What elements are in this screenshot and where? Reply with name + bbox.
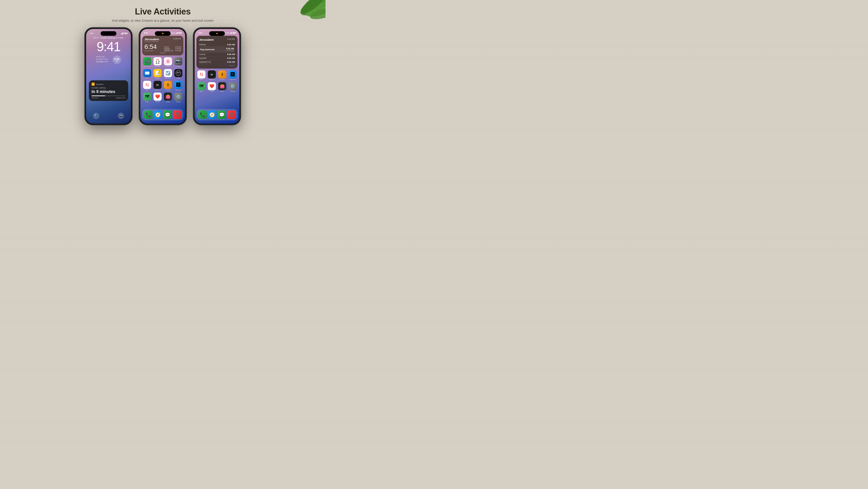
status-time-1: 9:41	[90, 32, 93, 34]
app-wallet-3[interactable]: 👛 Wallet	[218, 82, 227, 92]
dynamic-island-3	[209, 31, 225, 36]
plag-widget: ●PLAG 2:45 ▲SUNSET 9:35 ●SHABBOS 9:50	[96, 55, 108, 64]
exp-branding: Zmanim	[199, 65, 235, 66]
dock-2: 📞 🧭 💬 🎵	[142, 109, 183, 120]
battery-icon-3	[232, 32, 236, 34]
app-news[interactable]: N News	[143, 81, 152, 91]
app-calendar[interactable]: TUE 12 Calendar	[153, 57, 162, 67]
app-grid-3-row1: N News tv Apple TV 🕯 Zmanim 🅰 App Store	[195, 69, 239, 81]
lockscreen-bottom: 🔦 📷	[86, 113, 131, 119]
dock-music[interactable]: 🎵	[173, 110, 182, 119]
nightfall-time: 5:45 AM	[175, 48, 181, 50]
page-title: Live Activities	[0, 7, 326, 17]
homescreen: 9:41 8 hrs Jerusalem	[141, 29, 185, 123]
notif-now: Now 9:41	[92, 97, 98, 99]
exp-row-sunset: Sunset 5:45 AM	[199, 53, 235, 56]
page-subtitle: And widgets, to view Zmanim at a glance,…	[0, 18, 326, 23]
lockscreen-widgets: ●PLAG 2:45 ▲SUNSET 9:35 ●SHABBOS 9:50 9:…	[86, 55, 131, 64]
dock-messages[interactable]: 💬	[163, 110, 172, 119]
app-facetime[interactable]: 📹 FaceTime	[143, 57, 152, 67]
lockscreen: 9:41 Fri 4 · Candle lighting in 9 min 9:	[86, 29, 131, 123]
widget-city: Jerusalem	[145, 37, 159, 41]
app-clock[interactable]: Clock	[174, 69, 183, 79]
exp-row-nightfall72: Nightfall (72) 5:45 AM	[199, 60, 235, 64]
zmanim-expanded-widget: Jerusalem 5:45 PM Midday 5:45 AM Plag Ha…	[196, 36, 238, 68]
app-mail[interactable]: ✉️ Mail	[143, 69, 152, 79]
status-icons-2: 8 hrs	[171, 32, 182, 34]
mins-indicator: 6 min	[225, 32, 229, 34]
app-settings[interactable]: ⚙️ Settings	[174, 92, 183, 103]
notif-progress-fill	[92, 95, 105, 96]
app-appstore-3[interactable]: 🅰 App Store	[228, 70, 237, 80]
clock-widget: 9:50 PM	[113, 55, 121, 64]
app-news-3[interactable]: N News	[197, 70, 206, 80]
notif-app-name: Zmanim	[96, 83, 103, 85]
widget-details: Sunset 5:45 AM Nightfall 5:45 AM Nightfa…	[164, 46, 181, 52]
exp-time: 5:45 PM	[227, 38, 235, 41]
dynamic-island-2	[155, 31, 170, 36]
app-photos[interactable]: 🌸 Photos	[163, 57, 173, 67]
homescreen-expanded: 9:41 6 min Jerusalem 5:45	[195, 29, 239, 123]
status-icons-3: 6 min	[225, 32, 236, 34]
app-zmanim[interactable]: 🕯 Zmanim	[163, 81, 173, 91]
hrs-indicator: 8 hrs	[171, 32, 175, 34]
app-appletv-3[interactable]: tv Apple TV	[207, 70, 216, 80]
nightfall72-label: Nightfall (72)	[164, 50, 173, 51]
app-grid-row4: 🗺 Maps ❤️ Health 👛 Wallet ⚙️ Settings	[141, 92, 185, 104]
live-activity-notification: 🕯 Zmanim Candle Lighting In 9 minutes No…	[89, 80, 128, 101]
dock-safari[interactable]: 🧭	[154, 110, 162, 119]
dock-phone-3[interactable]: 📞	[198, 110, 207, 119]
dock-music-3[interactable]: 🎵	[227, 110, 236, 119]
dock-messages-3[interactable]: 💬	[217, 110, 226, 119]
signal-icon-3	[230, 32, 232, 34]
battery-icon-2	[178, 32, 182, 34]
zmanim-widget: Jerusalem CANDLE LIGHTING 5:45 PM 6:54 I…	[142, 36, 183, 55]
widget-branding: Zmanim	[145, 52, 181, 54]
dock-phone[interactable]: 📞	[144, 110, 153, 119]
sunset-label: Sunset	[164, 46, 169, 48]
app-reminders[interactable]: ☑️ Reminders	[163, 69, 173, 79]
signal-icon	[121, 32, 123, 34]
notif-progress	[92, 95, 125, 96]
app-appletv[interactable]: tv Apple TV	[153, 81, 162, 91]
dynamic-island-1	[101, 31, 116, 36]
app-camera[interactable]: 📷 Camera	[174, 57, 183, 67]
battery-icon-1	[124, 33, 127, 34]
nightfall72-time: 5:45 AM	[175, 50, 181, 51]
dock-3: 📞 🧭 💬 🎵	[196, 109, 238, 120]
app-grid-row2: ✉️ Mail 📝 Notes ☑️ Reminders	[141, 68, 185, 80]
app-wallet[interactable]: 👛 Wallet	[163, 92, 173, 103]
phone-homescreen: 9:41 8 hrs Jerusalem	[139, 28, 186, 125]
widget-candle-label: CANDLE LIGHTING	[145, 41, 159, 42]
flashlight-icon[interactable]: 🔦	[93, 113, 99, 119]
widget-in-label: IN 8 HOURS	[145, 50, 157, 52]
widget-big-time: 6:54	[145, 44, 157, 50]
widget-header-time: 5:45 PM	[174, 37, 181, 40]
app-zmanim-3[interactable]: 🕯 Zmanim	[218, 70, 227, 80]
exp-row-midday: Midday 5:45 AM	[199, 43, 235, 47]
status-time-2: 9:41	[144, 32, 148, 34]
app-grid-3-row2: 🗺 Maps ❤️ Health 👛 Wallet ⚙️ Settings	[195, 81, 239, 93]
app-health-3[interactable]: ❤️ Health	[207, 82, 216, 92]
notif-category: Candle Lighting	[92, 87, 125, 89]
app-notes[interactable]: 📝 Notes	[153, 69, 162, 79]
dock-safari-3[interactable]: 🧭	[208, 110, 217, 119]
app-maps-3[interactable]: 🗺 Maps	[197, 82, 206, 92]
app-appstore[interactable]: 🅰 App Store	[174, 81, 183, 91]
lockscreen-date: Fri 4 · Candle lighting in 9 min	[86, 37, 131, 39]
app-grid-row3: N News tv Apple TV 🕯 Zmanim 🅰 App Store	[141, 80, 185, 92]
app-grid-row1: 📹 FaceTime TUE 12 Calendar 🌸 Photos	[141, 56, 185, 68]
notif-end: Shabbos 9:50	[116, 97, 125, 99]
app-settings-3[interactable]: ⚙️ Settings	[228, 82, 237, 92]
exp-row-nightfall: Nightfall 5:45 AM	[199, 56, 235, 60]
phone-lockscreen: 9:41 Fri 4 · Candle lighting in 9 min 9:	[85, 28, 132, 125]
notif-body: In 9 minutes	[92, 89, 125, 94]
notif-app-icon: 🕯	[92, 83, 95, 86]
app-maps[interactable]: 🗺 Maps	[143, 92, 152, 103]
lockscreen-time: 9:41	[86, 40, 131, 53]
camera-icon[interactable]: 📷	[118, 113, 124, 119]
nightfall-label: Nightfall	[164, 48, 170, 50]
sunset-time: 5:45 AM	[175, 46, 181, 48]
app-health[interactable]: ❤️ Health	[153, 92, 162, 103]
exp-city: Jerusalem	[199, 38, 214, 41]
